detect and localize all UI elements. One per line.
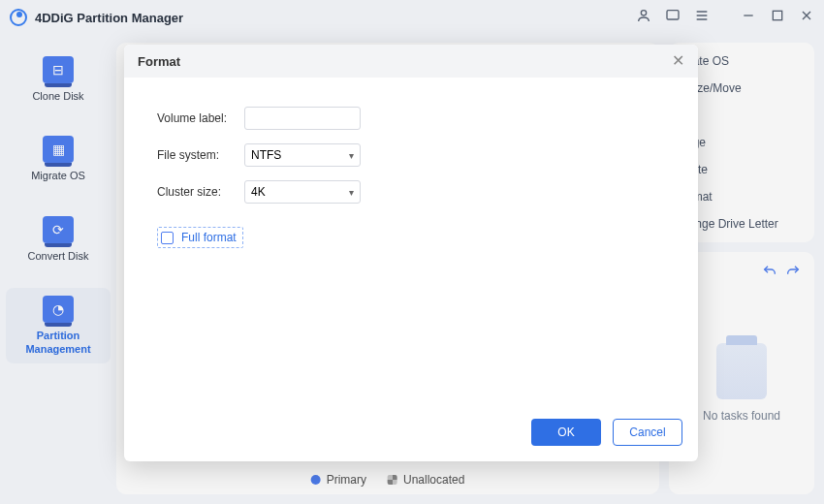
- cluster-size-label: Cluster size:: [157, 185, 244, 199]
- full-format-label: Full format: [181, 231, 237, 244]
- ok-button[interactable]: OK: [531, 419, 601, 446]
- full-format-row[interactable]: Full format: [157, 227, 243, 248]
- volume-label-input[interactable]: [244, 107, 361, 130]
- modal-body: Volume label: File system: NTFS Cluster …: [124, 78, 698, 407]
- file-system-select[interactable]: NTFS: [244, 143, 361, 167]
- file-system-value: NTFS: [251, 148, 281, 162]
- cancel-button[interactable]: Cancel: [613, 419, 682, 446]
- modal-footer: OK Cancel: [124, 407, 698, 461]
- cluster-size-select[interactable]: 4K: [244, 180, 361, 204]
- file-system-label: File system:: [157, 148, 244, 162]
- modal-title: Format: [138, 54, 180, 69]
- full-format-checkbox[interactable]: [161, 232, 174, 244]
- format-modal: Format ✕ Volume label: File system: NTFS…: [124, 45, 698, 461]
- modal-header: Format ✕: [124, 45, 698, 78]
- close-icon[interactable]: ✕: [672, 53, 684, 69]
- volume-label-label: Volume label:: [157, 111, 244, 125]
- cluster-size-value: 4K: [251, 185, 266, 199]
